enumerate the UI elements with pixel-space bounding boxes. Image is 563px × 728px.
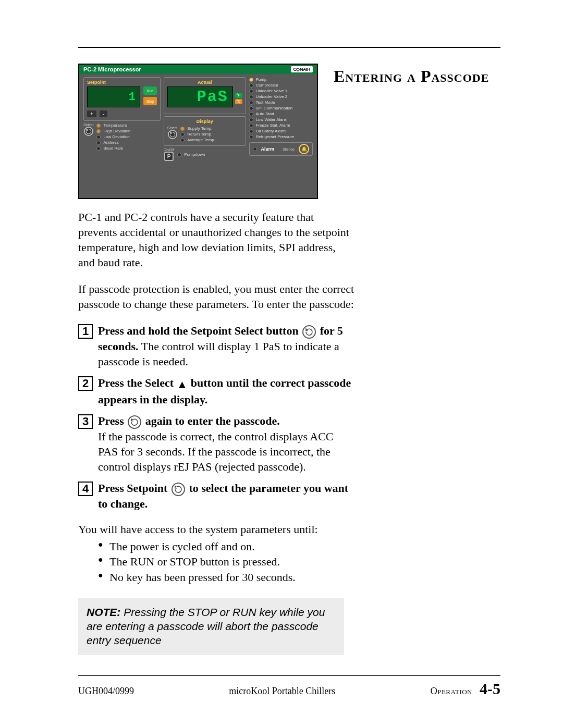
device-header: PC-2 Microprocessor [83, 66, 141, 72]
cycle-icon [172, 483, 185, 496]
step-1-number: 1 [78, 324, 93, 339]
actual-display: PaS [167, 87, 233, 107]
display-label: Display [167, 119, 242, 124]
step-1-text: Press and hold the Setpoint Select butto… [98, 323, 354, 369]
step-2-number: 2 [78, 376, 93, 391]
footer-product: microKool Portable Chillers [229, 686, 335, 697]
step-4-number: 4 [78, 482, 93, 496]
silence-button[interactable]: 🔔 [299, 144, 309, 154]
pumpdown-label: Pumpdown [184, 152, 205, 157]
intro-paragraph-1: PC-1 and PC-2 controls have a security f… [78, 209, 354, 270]
up-triangle-icon: ▲ [177, 377, 188, 392]
select-label-left: Select [83, 123, 93, 127]
cycle-icon [302, 325, 316, 339]
status-led-list: Pump Compressor Unloader Valve 1 Unloade… [249, 77, 313, 139]
footer-doc-id: UGH004/0999 [78, 686, 134, 697]
stop-button[interactable]: Stop [143, 97, 157, 105]
onoff-label: On/Off [164, 148, 175, 152]
display-led-list: Supply Temp. Return Temp. Average Temp. [180, 126, 215, 142]
step-2-text: Press the Select ▲ button until the corr… [98, 375, 354, 407]
footer: UGH004/0999 microKool Portable Chillers … [78, 675, 500, 698]
step-4-text: Press Setpoint to select the parameter y… [98, 480, 354, 511]
footer-page: 4-5 [480, 680, 500, 698]
unit-c: °C [235, 99, 242, 104]
access-intro: You will have access to the system param… [78, 522, 354, 537]
plus-button[interactable]: + [87, 110, 96, 117]
cycle-icon [169, 131, 176, 138]
minus-button[interactable]: - [100, 110, 107, 117]
display-select-button[interactable] [168, 130, 177, 139]
actual-label: Actual [167, 80, 242, 85]
unit-f: °F [235, 93, 242, 98]
alarm-label: Alarm [261, 146, 275, 152]
page-title: Entering a Passcode [334, 67, 489, 86]
cycle-icon [128, 415, 141, 429]
cycle-icon [85, 128, 92, 135]
select-label-mid: Select [167, 126, 177, 130]
device-panel: PC-2 Microprocessor C◇NAIR Setpoint 1 + [78, 64, 318, 199]
step-3-text: Press again to enter the passcode. If th… [98, 413, 354, 474]
access-bullets: The power is cycled off and on. The RUN … [98, 539, 354, 585]
step-3-number: 3 [78, 414, 93, 429]
silence-label: Silence [283, 147, 295, 151]
setpoint-select-button[interactable] [84, 127, 93, 136]
setpoint-display: 1 [87, 87, 140, 107]
brand-badge: C◇NAIR [291, 66, 313, 72]
setpoint-label: Setpoint [87, 80, 157, 85]
intro-paragraph-2: If passcode protection is enabled, you m… [78, 281, 354, 312]
top-rule [78, 47, 500, 48]
note-box: NOTE: Pressing the STOP or RUN key while… [78, 598, 344, 655]
run-button[interactable]: Run [143, 87, 157, 95]
footer-section: Operation [431, 686, 472, 697]
setpoint-led-list: Temperature High Deviation Low Deviation… [96, 123, 130, 151]
p-button[interactable]: P [164, 152, 174, 161]
